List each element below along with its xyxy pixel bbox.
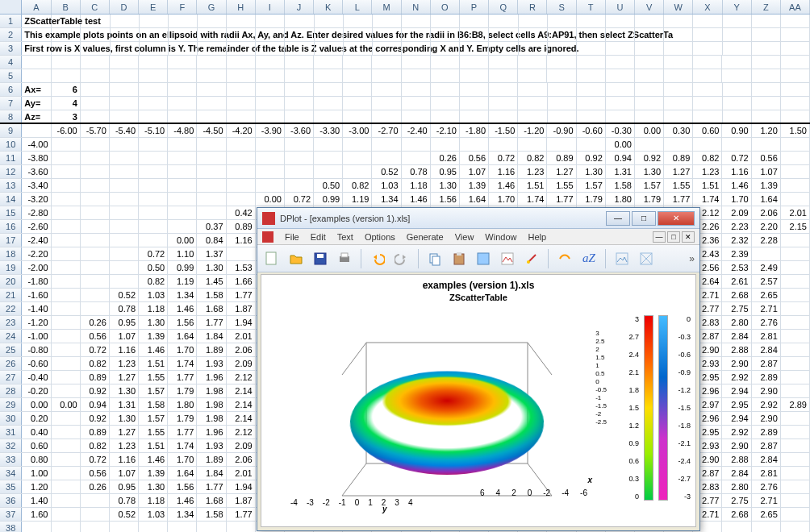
cell[interactable]: -1.40: [22, 302, 51, 315]
cell[interactable]: [372, 83, 401, 96]
cell[interactable]: [606, 42, 635, 55]
cell[interactable]: 1.56: [168, 316, 197, 329]
cell[interactable]: 1.20: [752, 124, 781, 137]
cell[interactable]: 1.18: [139, 494, 168, 507]
cell[interactable]: [52, 275, 81, 288]
cell[interactable]: 1.64: [752, 193, 781, 206]
cell[interactable]: [693, 15, 722, 27]
cell[interactable]: 1.77: [168, 426, 197, 438]
cell[interactable]: [693, 42, 722, 55]
cell[interactable]: 1.30: [635, 165, 664, 178]
cell[interactable]: [518, 83, 547, 96]
cell[interactable]: [781, 494, 810, 507]
cell[interactable]: [168, 138, 197, 151]
cell[interactable]: [722, 56, 751, 69]
cell[interactable]: 0.82: [343, 179, 372, 192]
cell[interactable]: [110, 193, 139, 206]
cell[interactable]: 0.00: [635, 124, 664, 137]
row-header[interactable]: 13: [0, 179, 22, 192]
cell[interactable]: [781, 56, 810, 69]
cell[interactable]: 1.20: [22, 480, 51, 493]
cell[interactable]: [197, 522, 226, 532]
col-header[interactable]: C: [81, 0, 110, 14]
cell[interactable]: 0.78: [402, 165, 431, 178]
cell[interactable]: 2.09: [227, 439, 256, 452]
cell[interactable]: [343, 110, 372, 123]
cell[interactable]: [635, 138, 664, 151]
cell[interactable]: [781, 152, 810, 164]
cell[interactable]: 1.16: [110, 343, 139, 356]
cell[interactable]: 2.81: [752, 330, 781, 343]
cell[interactable]: 1.96: [197, 371, 226, 384]
cell[interactable]: -1.20: [518, 124, 547, 137]
cell[interactable]: [722, 522, 751, 532]
cell[interactable]: [752, 15, 781, 27]
row-header[interactable]: 10: [0, 138, 22, 151]
cell[interactable]: [256, 110, 285, 123]
cell[interactable]: [343, 138, 372, 151]
cell[interactable]: 1.16: [489, 165, 518, 178]
cell[interactable]: [285, 83, 314, 96]
cell[interactable]: [781, 179, 810, 192]
row-header[interactable]: 25: [0, 343, 22, 356]
cell[interactable]: 0.56: [752, 152, 781, 164]
col-header[interactable]: AA: [781, 0, 810, 14]
cell[interactable]: [314, 152, 343, 164]
cell[interactable]: [314, 83, 343, 96]
cell[interactable]: 0.89: [664, 152, 693, 164]
cell[interactable]: [781, 343, 810, 356]
cell[interactable]: [22, 69, 51, 82]
cell[interactable]: [577, 28, 606, 41]
cell[interactable]: 0.26: [81, 316, 110, 329]
cell[interactable]: 3: [52, 110, 81, 123]
cell[interactable]: -5.70: [81, 124, 110, 137]
cell[interactable]: [285, 28, 314, 41]
cell[interactable]: [197, 138, 226, 151]
cell[interactable]: [635, 97, 664, 110]
cell[interactable]: 1.46: [139, 343, 168, 356]
cell[interactable]: -0.20: [22, 384, 51, 397]
cell[interactable]: 2.12: [227, 371, 256, 384]
cell[interactable]: -0.60: [577, 124, 606, 137]
cell[interactable]: 1.98: [197, 398, 226, 411]
tool-g-icon[interactable]: [637, 249, 656, 268]
cell[interactable]: 2.23: [722, 220, 751, 233]
cell[interactable]: 2.14: [227, 384, 256, 397]
cell[interactable]: [489, 56, 518, 69]
cell[interactable]: -0.90: [547, 124, 576, 137]
cell[interactable]: 0.52: [372, 165, 401, 178]
cell[interactable]: [781, 261, 810, 274]
cell[interactable]: [168, 206, 197, 219]
cell[interactable]: 1.74: [693, 193, 722, 206]
cell[interactable]: 2.84: [752, 453, 781, 466]
cell[interactable]: [343, 97, 372, 110]
cell[interactable]: 1.51: [139, 357, 168, 370]
cell[interactable]: [285, 138, 314, 151]
cell[interactable]: 1.57: [139, 384, 168, 397]
cell[interactable]: [81, 110, 110, 123]
cell[interactable]: [460, 15, 489, 27]
cell[interactable]: 1.23: [693, 165, 722, 178]
cell[interactable]: [227, 138, 256, 151]
cell[interactable]: [781, 165, 810, 178]
cell[interactable]: 1.37: [197, 247, 226, 260]
cell[interactable]: -0.80: [22, 343, 51, 356]
cell[interactable]: 1.56: [431, 193, 460, 206]
cell[interactable]: [168, 152, 197, 164]
cell[interactable]: -1.50: [489, 124, 518, 137]
cell[interactable]: 0.89: [547, 152, 576, 164]
cell[interactable]: [402, 15, 431, 27]
cell[interactable]: [343, 69, 372, 82]
cell[interactable]: 1.30: [110, 384, 139, 397]
open-icon[interactable]: [286, 249, 306, 268]
cell[interactable]: [489, 28, 518, 41]
cell[interactable]: 0.82: [693, 152, 722, 164]
cell[interactable]: -2.40: [402, 124, 431, 137]
cell[interactable]: [169, 28, 198, 41]
cell[interactable]: 0.89: [81, 371, 110, 384]
cell[interactable]: [256, 152, 285, 164]
cell[interactable]: 1.58: [139, 398, 168, 411]
cell[interactable]: 2.94: [722, 412, 751, 425]
cell[interactable]: [519, 42, 548, 55]
col-header[interactable]: D: [110, 0, 139, 14]
